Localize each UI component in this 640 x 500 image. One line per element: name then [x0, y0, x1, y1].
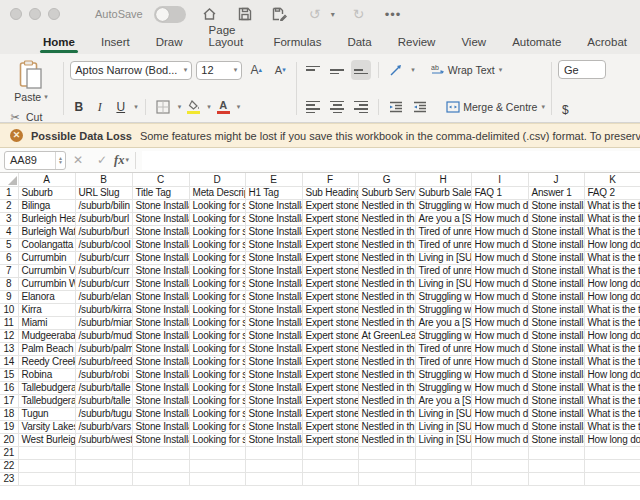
cell-B7[interactable]: /suburb/curr: [75, 264, 132, 277]
cell-A1[interactable]: Suburb: [18, 186, 75, 199]
cell-J10[interactable]: Stone installa: [528, 303, 584, 316]
cell-B11[interactable]: /suburb/miam: [75, 316, 132, 329]
cell-A3[interactable]: Burleigh Hea: [18, 212, 75, 225]
decrease-indent-button[interactable]: [386, 97, 406, 117]
cell-F15[interactable]: Expert stone: [302, 368, 358, 381]
cell-G12[interactable]: At GreenLeaf: [358, 329, 415, 342]
cell-G2[interactable]: Nestled in th: [358, 199, 415, 212]
cell-I11[interactable]: How much do: [471, 316, 528, 329]
cell-B15[interactable]: /suburb/robi: [75, 368, 132, 381]
cell-F3[interactable]: Expert stone: [302, 212, 358, 225]
cell-F8[interactable]: Expert stone: [302, 277, 358, 290]
cell-K8[interactable]: How long doe: [584, 277, 640, 290]
font-size-select[interactable]: 12 ▾: [196, 61, 242, 80]
cell-A10[interactable]: Kirra: [18, 303, 75, 316]
tab-data[interactable]: Data: [334, 32, 384, 54]
cell-J21[interactable]: [528, 446, 584, 459]
align-center-button[interactable]: [327, 97, 347, 117]
cell-B6[interactable]: /suburb/curr: [75, 251, 132, 264]
cell-K1[interactable]: FAQ 2: [584, 186, 640, 199]
cell-D2[interactable]: Looking for st: [189, 199, 245, 212]
cell-E22[interactable]: [245, 459, 302, 472]
tab-automate[interactable]: Automate: [499, 32, 574, 54]
cell-B8[interactable]: /suburb/curr: [75, 277, 132, 290]
borders-button[interactable]: [153, 97, 173, 117]
cell-H2[interactable]: Struggling wit: [415, 199, 471, 212]
paste-button[interactable]: Paste ▾: [8, 60, 54, 103]
cell-C3[interactable]: Stone Installa: [132, 212, 189, 225]
cell-I3[interactable]: How much do: [471, 212, 528, 225]
row-header-9[interactable]: 9: [0, 290, 18, 303]
autosave-toggle[interactable]: [154, 6, 186, 23]
cell-H17[interactable]: Are you a [SU: [415, 394, 471, 407]
cell-A21[interactable]: [18, 446, 75, 459]
cell-E7[interactable]: Stone Installa: [245, 264, 302, 277]
row-header-11[interactable]: 11: [0, 316, 18, 329]
italic-button[interactable]: I: [91, 100, 108, 115]
cell-E13[interactable]: Stone Installa: [245, 342, 302, 355]
row-header-14[interactable]: 14: [0, 355, 18, 368]
cell-D16[interactable]: Looking for st: [189, 381, 245, 394]
cell-D1[interactable]: Meta Descrip: [189, 186, 245, 199]
cell-J2[interactable]: Stone installa: [528, 199, 584, 212]
cell-F1[interactable]: Sub Heading: [302, 186, 358, 199]
cell-C5[interactable]: Stone Installa: [132, 238, 189, 251]
cell-A12[interactable]: Mudgeeraba: [18, 329, 75, 342]
cell-B9[interactable]: /suburb/elan: [75, 290, 132, 303]
orientation-button[interactable]: [386, 60, 406, 80]
cell-E14[interactable]: Stone Installa: [245, 355, 302, 368]
cell-A23[interactable]: [18, 472, 75, 485]
cell-F9[interactable]: Expert stone: [302, 290, 358, 303]
cell-I20[interactable]: How much do: [471, 433, 528, 446]
row-header-17[interactable]: 17: [0, 394, 18, 407]
cell-K7[interactable]: What is the ty: [584, 264, 640, 277]
column-header-G[interactable]: G: [358, 173, 415, 186]
column-header-F[interactable]: F: [302, 173, 358, 186]
cell-K3[interactable]: What is the ty: [584, 212, 640, 225]
column-header-H[interactable]: H: [415, 173, 471, 186]
align-left-button[interactable]: [303, 97, 323, 117]
cell-F7[interactable]: Expert stone: [302, 264, 358, 277]
row-header-18[interactable]: 18: [0, 407, 18, 420]
cell-I7[interactable]: How much do: [471, 264, 528, 277]
column-header-K[interactable]: K: [584, 173, 640, 186]
increase-font-size-button[interactable]: A▴: [246, 60, 266, 80]
tab-page-layout[interactable]: Page Layout: [196, 20, 261, 54]
cell-K19[interactable]: What is the ty: [584, 420, 640, 433]
formula-input[interactable]: [142, 151, 640, 170]
cell-C12[interactable]: Stone Installa: [132, 329, 189, 342]
confirm-entry-icon[interactable]: ✓: [90, 153, 114, 167]
row-header-3[interactable]: 3: [0, 212, 18, 225]
cell-I5[interactable]: How much do: [471, 238, 528, 251]
cell-I6[interactable]: How much do: [471, 251, 528, 264]
cell-H22[interactable]: [415, 459, 471, 472]
cell-E4[interactable]: Stone Installa: [245, 225, 302, 238]
cell-E12[interactable]: Stone Installa: [245, 329, 302, 342]
cell-E8[interactable]: Stone Installa: [245, 277, 302, 290]
cell-D19[interactable]: Looking for st: [189, 420, 245, 433]
cell-B10[interactable]: /suburb/kirra: [75, 303, 132, 316]
row-header-2[interactable]: 2: [0, 199, 18, 212]
cell-K22[interactable]: [584, 459, 640, 472]
insert-function-icon[interactable]: fx: [114, 153, 124, 168]
cell-E10[interactable]: Stone Installa: [245, 303, 302, 316]
cell-C11[interactable]: Stone Installa: [132, 316, 189, 329]
cell-G18[interactable]: Nestled in th: [358, 407, 415, 420]
cell-K23[interactable]: [584, 472, 640, 485]
cell-A20[interactable]: West Burleig: [18, 433, 75, 446]
cell-G15[interactable]: Nestled in th: [358, 368, 415, 381]
cell-B19[interactable]: /suburb/vars: [75, 420, 132, 433]
cell-D22[interactable]: [189, 459, 245, 472]
cell-H12[interactable]: Struggling wit: [415, 329, 471, 342]
row-header-19[interactable]: 19: [0, 420, 18, 433]
cell-C22[interactable]: [132, 459, 189, 472]
increase-indent-button[interactable]: [410, 97, 430, 117]
cell-J13[interactable]: Stone installa: [528, 342, 584, 355]
cell-I22[interactable]: [471, 459, 528, 472]
cell-J5[interactable]: Stone installa: [528, 238, 584, 251]
cell-B14[interactable]: /suburb/reed: [75, 355, 132, 368]
cell-D15[interactable]: Looking for st: [189, 368, 245, 381]
cell-I4[interactable]: How much do: [471, 225, 528, 238]
cell-C4[interactable]: Stone Installa: [132, 225, 189, 238]
cell-K21[interactable]: [584, 446, 640, 459]
